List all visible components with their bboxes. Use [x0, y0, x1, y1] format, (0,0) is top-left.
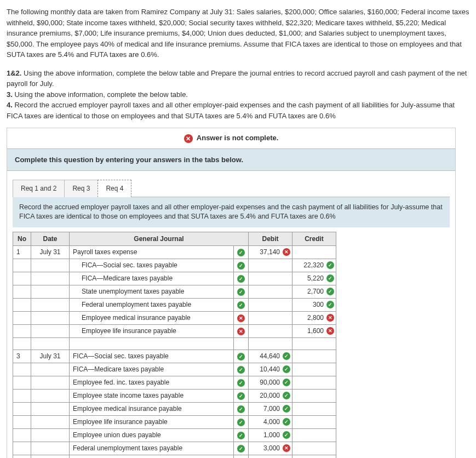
debit-cell[interactable]: [249, 272, 293, 285]
row-no: [13, 363, 31, 376]
debit-cell[interactable]: 20,000✓: [249, 389, 293, 402]
table-row: 1July 31Payroll taxes expense✓37,140✕: [13, 245, 336, 259]
credit-cell[interactable]: [293, 442, 336, 455]
credit-cell[interactable]: [293, 402, 336, 415]
credit-cell[interactable]: 2,800✕: [293, 311, 336, 324]
check-icon: ✓: [237, 288, 245, 296]
debit-cell[interactable]: [249, 324, 293, 337]
account-cell[interactable]: Employee medical insurance payable: [70, 455, 234, 458]
credit-cell[interactable]: [293, 455, 336, 458]
credit-cell[interactable]: [293, 363, 336, 376]
problem-intro: The following monthly data are taken fro…: [7, 7, 469, 60]
check-icon: ✓: [283, 392, 290, 399]
account-cell[interactable]: FICA—Medicare taxes payable: [70, 272, 234, 285]
row-date: [31, 285, 70, 298]
credit-cell[interactable]: 5,220✓: [293, 272, 336, 285]
account-cell[interactable]: FICA—Medicare taxes payable: [70, 363, 234, 376]
task-3-label: 3.: [7, 90, 13, 99]
row-date: [31, 389, 70, 402]
table-row: Employee union dues payable✓1,000✓: [13, 428, 336, 442]
debit-cell[interactable]: 4,000✓: [249, 415, 293, 428]
credit-cell[interactable]: [293, 428, 336, 442]
account-mark: ✓: [234, 272, 249, 285]
account-cell[interactable]: Federal unemployment taxes payable: [70, 298, 234, 311]
task-4-label: 4.: [7, 101, 13, 109]
row-no: [13, 272, 31, 285]
account-mark: ✓: [234, 389, 249, 402]
table-row: [13, 337, 336, 350]
check-icon: ✓: [237, 366, 245, 374]
row-date: [31, 363, 70, 376]
account-cell[interactable]: Employee life insurance payable: [70, 324, 234, 337]
row-no: [13, 415, 31, 428]
debit-cell[interactable]: 7,000✓: [249, 402, 293, 415]
row-no: 1: [13, 245, 31, 259]
row-date: July 31: [31, 350, 70, 363]
check-icon: ✓: [283, 352, 290, 360]
row-no: [13, 428, 31, 442]
row-no: [13, 376, 31, 389]
credit-cell[interactable]: [293, 389, 336, 402]
account-cell[interactable]: Payroll taxes expense: [70, 245, 234, 259]
credit-cell[interactable]: [293, 350, 336, 363]
credit-cell[interactable]: [293, 245, 336, 259]
task-12-label: 1&2.: [7, 69, 21, 77]
debit-cell[interactable]: 44,640✓: [249, 350, 293, 363]
account-cell[interactable]: Employee medical insurance payable: [70, 311, 234, 324]
check-icon: ✓: [237, 445, 245, 453]
account-cell[interactable]: Employee medical insurance payable: [70, 402, 234, 415]
credit-cell[interactable]: [293, 376, 336, 389]
table-row: Federal unemployment taxes payable✓300✓: [13, 298, 336, 311]
tasks-list: 1&2. Using the above information, comple…: [7, 68, 469, 122]
debit-cell[interactable]: [249, 285, 293, 298]
tab-req-3[interactable]: Req 3: [64, 180, 98, 197]
account-cell[interactable]: State unemployment taxes payable: [70, 285, 234, 298]
x-icon: ✕: [237, 314, 245, 322]
tab-req-4[interactable]: Req 4: [98, 180, 131, 197]
check-icon: ✓: [283, 365, 290, 373]
credit-cell[interactable]: 22,320✓: [293, 259, 336, 272]
debit-cell[interactable]: 37,140✕: [249, 245, 293, 259]
row-date: [31, 311, 70, 324]
debit-cell[interactable]: [249, 259, 293, 272]
tab-req-1-and-2[interactable]: Req 1 and 2: [13, 180, 65, 197]
account-mark: ✓: [234, 428, 249, 442]
account-cell[interactable]: Employee state income taxes payable: [70, 389, 234, 402]
debit-cell[interactable]: [249, 298, 293, 311]
journal-table: No Date General Journal Debit Credit 1Ju…: [13, 232, 336, 458]
account-cell[interactable]: FICA—Social sec. taxes payable: [70, 259, 234, 272]
debit-cell[interactable]: 90,000✓: [249, 376, 293, 389]
account-cell[interactable]: FICA—Social sec. taxes payable: [70, 350, 234, 363]
answer-panel: ✕ Answer is not complete. Complete this …: [7, 128, 456, 458]
credit-cell[interactable]: 300✓: [293, 298, 336, 311]
sub-instruction: Record the accrued employer payroll taxe…: [13, 197, 450, 227]
row-date: [31, 324, 70, 337]
check-icon: ✓: [237, 301, 245, 309]
header-date: Date: [31, 232, 70, 245]
row-date: [31, 428, 70, 442]
credit-cell[interactable]: 1,600✕: [293, 324, 336, 337]
account-cell[interactable]: Employee fed. inc. taxes payable: [70, 376, 234, 389]
debit-cell[interactable]: 1,000✓: [249, 428, 293, 442]
check-icon: ✓: [237, 392, 245, 400]
row-no: [13, 455, 31, 458]
status-bar: ✕ Answer is not complete.: [7, 128, 455, 148]
account-cell[interactable]: Federal unemployment taxes payable: [70, 442, 234, 455]
row-no: [13, 324, 31, 337]
table-row: FICA—Medicare taxes payable✓10,440✓: [13, 363, 336, 376]
row-no: [13, 298, 31, 311]
account-mark: ✓: [234, 245, 249, 259]
account-cell[interactable]: Employee life insurance payable: [70, 415, 234, 428]
account-cell[interactable]: Employee union dues payable: [70, 428, 234, 442]
check-icon: ✓: [326, 288, 334, 295]
debit-cell[interactable]: 10,440✓: [249, 363, 293, 376]
debit-cell[interactable]: 3,000✕: [249, 442, 293, 455]
debit-cell[interactable]: [249, 455, 293, 458]
credit-cell[interactable]: 2,700✓: [293, 285, 336, 298]
account-mark: ✓: [234, 363, 249, 376]
header-general-journal: General Journal: [70, 232, 249, 245]
check-icon: ✓: [283, 431, 290, 439]
credit-cell[interactable]: [293, 415, 336, 428]
debit-cell[interactable]: [249, 311, 293, 324]
check-icon: ✓: [237, 353, 245, 360]
